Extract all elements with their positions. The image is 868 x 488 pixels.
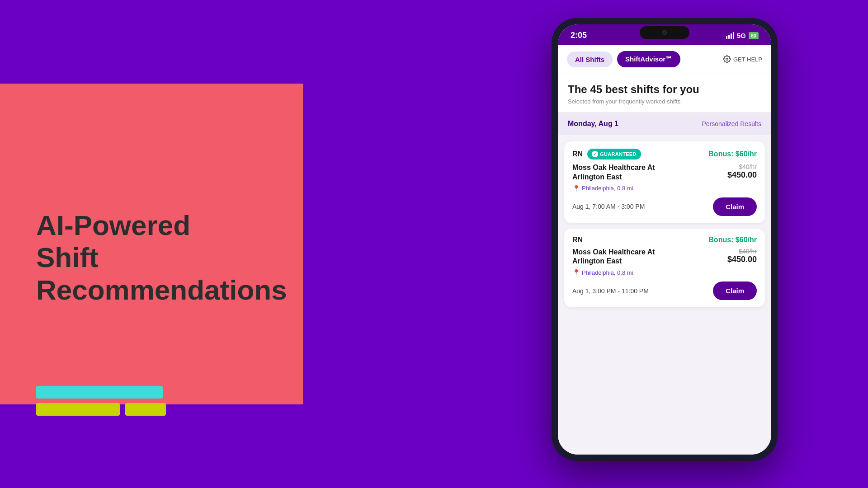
card-2-location-row: 📍 Philadelphia, 0.8 mi. — [572, 269, 757, 276]
get-help-label: GET HELP — [733, 56, 762, 63]
card-1-price-block: $40/hr $450.00 — [727, 163, 757, 180]
card-1-left-top: RN ✓ GUARANTEED — [572, 149, 641, 160]
card-1-original-price: $40/hr — [727, 163, 757, 170]
location-pin-icon: 📍 — [572, 185, 580, 192]
bar-yellow-short — [125, 403, 166, 416]
network-type: 5G — [737, 32, 746, 39]
tab-all-shifts[interactable]: All Shifts — [567, 52, 613, 67]
signal-bar-3 — [731, 33, 732, 39]
hero-subtitle: Selected from your frequently worked shi… — [568, 98, 761, 105]
phone-screen: 2:05 5G 60 All Shifts ShiftAdvisor℠ — [558, 24, 771, 455]
bar-row — [36, 403, 166, 416]
camera-dot — [662, 30, 667, 35]
tab-bar: All Shifts ShiftAdvisor℠ GET HELP — [558, 45, 771, 74]
card-1-time: Aug 1, 7:00 AM - 3:00 PM — [572, 203, 645, 210]
card-2-facility: Moss Oak Healthcare At Arlington East — [572, 248, 672, 267]
card-1-location-row: 📍 Philadelphia, 0.8 mi. — [572, 185, 757, 192]
card-2-bonus: Bonus: $60/hr — [708, 236, 757, 244]
signal-bar-2 — [728, 35, 730, 39]
card-2-original-price: $40/hr — [727, 248, 757, 255]
hero-title: The 45 best shifts for you — [568, 83, 761, 96]
shift-card-2: RN Bonus: $60/hr Moss Oak Healthcare At … — [564, 229, 765, 308]
headline-line1: AI-Powered — [36, 210, 190, 241]
card-2-price-block: $40/hr $450.00 — [727, 248, 757, 264]
card-2-top-row: RN Bonus: $60/hr — [572, 236, 757, 244]
card-1-middle: Moss Oak Healthcare At Arlington East $4… — [572, 163, 757, 182]
bar-cyan — [36, 386, 163, 399]
status-time: 2:05 — [571, 31, 587, 40]
headline: AI-Powered Shift Recommendations — [36, 209, 298, 306]
signal-bar-1 — [726, 36, 727, 39]
status-right: 5G 60 — [726, 32, 759, 39]
card-1-bonus: Bonus: $60/hr — [708, 150, 757, 158]
hero-section: The 45 best shifts for you Selected from… — [558, 74, 771, 113]
date-text: Monday, Aug 1 — [568, 120, 618, 128]
gear-icon — [723, 55, 731, 63]
shift-card-1: RN ✓ GUARANTEED Bonus: $60/hr Moss Oak H… — [564, 141, 765, 223]
date-header: Monday, Aug 1 Personalized Results — [558, 113, 771, 135]
signal-bar-4 — [733, 32, 734, 39]
claim-button-2[interactable]: Claim — [713, 282, 757, 300]
shifts-container: RN ✓ GUARANTEED Bonus: $60/hr Moss Oak H… — [558, 135, 771, 455]
card-2-final-price: $450.00 — [727, 255, 757, 264]
guaranteed-label: GUARANTEED — [600, 151, 637, 157]
personalized-results-label: Personalized Results — [702, 120, 761, 127]
signal-bars-icon — [726, 32, 734, 39]
card-1-facility: Moss Oak Healthcare At Arlington East — [572, 163, 672, 182]
card-1-final-price: $450.00 — [727, 170, 757, 180]
dynamic-island — [640, 26, 689, 39]
get-help-button[interactable]: GET HELP — [723, 55, 762, 63]
phone-wrapper: 2:05 5G 60 All Shifts ShiftAdvisor℠ — [552, 18, 778, 461]
card-1-top-row: RN ✓ GUARANTEED Bonus: $60/hr — [572, 149, 757, 160]
card-1-location: Philadelphia, 0.8 mi. — [582, 185, 635, 192]
bar-yellow-long — [36, 403, 120, 416]
tab-shift-advisor[interactable]: ShiftAdvisor℠ — [617, 51, 680, 67]
guaranteed-badge: ✓ GUARANTEED — [587, 149, 641, 160]
phone-frame: 2:05 5G 60 All Shifts ShiftAdvisor℠ — [552, 18, 778, 461]
svg-point-0 — [726, 58, 728, 61]
card-2-middle: Moss Oak Healthcare At Arlington East $4… — [572, 248, 757, 267]
decorative-bars — [36, 386, 166, 416]
left-panel: AI-Powered Shift Recommendations — [0, 0, 298, 488]
card-2-location: Philadelphia, 0.8 mi. — [582, 269, 635, 276]
card-2-bottom-row: Aug 1, 3:00 PM - 11:00 PM Claim — [572, 282, 757, 300]
location-pin-icon-2: 📍 — [572, 269, 580, 276]
card-2-left-top: RN — [572, 236, 583, 244]
card-2-role: RN — [572, 236, 583, 244]
battery-level: 60 — [749, 32, 759, 39]
card-1-bottom-row: Aug 1, 7:00 AM - 3:00 PM Claim — [572, 197, 757, 216]
headline-line2: Shift Recommendations — [36, 242, 287, 305]
card-2-time: Aug 1, 3:00 PM - 11:00 PM — [572, 287, 649, 295]
claim-button-1[interactable]: Claim — [713, 197, 757, 216]
card-1-role: RN — [572, 150, 583, 158]
check-circle-icon: ✓ — [592, 151, 598, 157]
